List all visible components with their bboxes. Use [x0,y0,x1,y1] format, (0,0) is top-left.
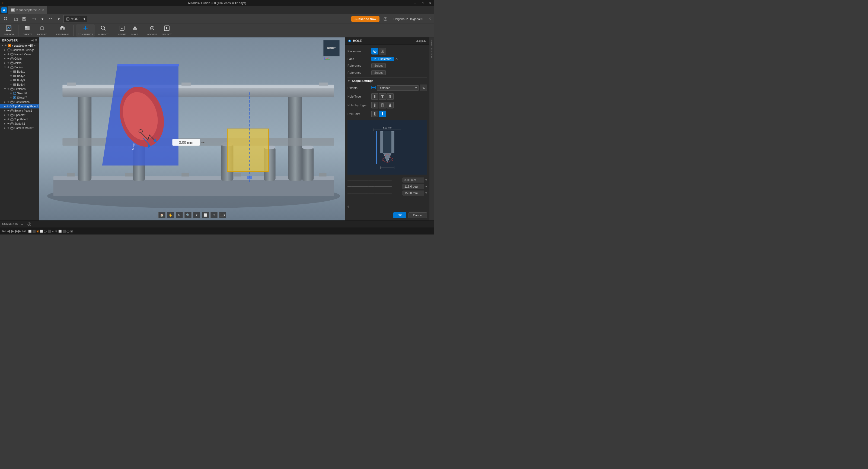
placement-option1[interactable] [371,48,378,55]
eye-icon[interactable]: 👁 [7,58,9,60]
shape-settings-collapse[interactable]: ▼ [347,79,350,82]
nav-cube-face[interactable]: RIGHT [323,40,340,56]
timeline-icon9[interactable]: ⬜ [58,230,62,233]
inspect-tool[interactable]: INSPECT [96,24,110,37]
timeline-icon5[interactable]: ◯ [44,230,46,233]
tab-close-button[interactable]: ✕ [42,8,44,11]
eye-icon[interactable]: 👁 [7,109,9,112]
tap-type1[interactable] [371,102,378,108]
panel-expand-right[interactable]: ▶▶ [422,39,426,43]
timeline-icon11[interactable]: ◯ [66,230,69,233]
browser-root[interactable]: ▼ 👁 A x quadcopter v15 ● [0,43,39,48]
timeline-icon12[interactable]: ▣ [70,230,73,233]
eye-icon[interactable]: 👁 [5,44,7,47]
depth-dropdown[interactable]: ▾ [425,191,427,195]
browser-item-body3[interactable]: 👁 Body3 [0,78,39,82]
view-options-button[interactable]: ⬛▾ [219,212,226,218]
addins-tool[interactable]: ADD-INS [146,24,159,37]
history-clock-button[interactable] [382,15,389,23]
insert-tool[interactable]: INSERT [116,24,128,37]
face-clear-button[interactable]: ✕ [395,57,398,61]
comments-add-button[interactable] [27,222,31,226]
drill-angled[interactable] [379,111,386,117]
timeline-icon4[interactable]: ⬜ [40,230,43,233]
timeline-icon1[interactable]: ⬜ [28,230,31,233]
eye-icon[interactable]: 👁 [10,97,12,99]
timeline-icon2[interactable]: ⬛ [32,230,35,233]
undo-button[interactable] [30,15,38,23]
add-tab-button[interactable]: + [47,6,55,14]
construct-tool[interactable]: CONSTRUCT [76,24,95,37]
timeline-icon3[interactable]: ▣ [36,230,39,233]
angle-dropdown[interactable]: ▾ [425,185,427,189]
tap-type2[interactable] [379,102,386,108]
redo-button[interactable] [46,15,54,23]
viewport[interactable]: 3.00 mm Sketch RIGHT 🏠 ✋ ↻ 🔍 ▾ ⬜ [39,37,345,221]
timeline-icon6[interactable]: ⬛ [48,230,51,233]
eye-icon[interactable]: 👁 [7,118,9,121]
reference2-button[interactable]: Select [371,70,386,75]
browser-item-top-mounting-plate[interactable]: ▶ 👁 Top Mounting Plate:1 [0,104,39,108]
subscribe-button[interactable]: Subscribe Now [351,16,379,22]
eye-icon[interactable]: 👁 [7,101,9,103]
pan-button[interactable]: ✋ [167,212,174,218]
undo-dropdown[interactable]: ▾ [38,15,46,23]
prev-frame-button[interactable]: ◀ [7,229,10,233]
eye-icon[interactable]: 👁 [6,105,9,108]
browser-item-construction[interactable]: ▶ 👁 Construction [0,100,39,104]
browser-item-stadoff[interactable]: ▶ 👁 Stadoff:1 [0,122,39,126]
browser-item-bodies[interactable]: ▼ 👁 Bodies [0,65,39,69]
modify-tool[interactable]: MODIFY [35,24,48,37]
eye-icon[interactable]: 👁 [10,75,12,77]
hole-type-counterbore[interactable] [379,93,386,100]
save-button[interactable] [20,15,28,23]
browser-item-doc-settings[interactable]: ▶ Document Settings [0,48,39,52]
browser-item-sketch6[interactable]: 👁 Sketch6 [0,91,39,95]
browser-item-body4[interactable]: 👁 Body4 [0,82,39,87]
timeline-icon8[interactable]: ◎ [55,230,58,233]
orbit-button[interactable]: ↻ [176,212,183,218]
browser-menu[interactable]: ⊞ [34,38,37,42]
eye-icon[interactable]: 👁 [7,114,9,116]
placement-option2[interactable] [379,48,386,55]
maximize-button[interactable]: □ [419,0,426,6]
browser-item-joints[interactable]: ▶ 👁 Joints [0,61,39,65]
browser-item-spacers[interactable]: ▶ 👁 Spacers:1 [0,113,39,117]
timeline-icon10[interactable]: ⬛ [62,230,66,233]
eye-icon[interactable]: 👁 [10,83,12,86]
help-button[interactable]: ? [428,17,433,21]
browser-item-sketches[interactable]: ▼ 👁 Sketches [0,87,39,91]
timeline-icon7[interactable]: ▲ [52,230,54,233]
eye-icon[interactable]: 👁 [10,92,12,95]
tap-type3[interactable] [386,102,394,108]
diameter-dropdown[interactable]: ▾ [425,178,427,182]
last-frame-button[interactable]: ⏭ [22,229,26,233]
eye-icon[interactable]: 👁 [7,62,9,64]
browser-item-camera-mount[interactable]: ▶ 👁 Camera Mount:1 [0,126,39,130]
minimize-button[interactable]: ─ [411,0,419,6]
grid-toggle-button[interactable]: ⊞ [211,212,218,218]
angle-input[interactable] [403,184,424,189]
extents-dropdown[interactable]: Distance ▾ [377,86,419,91]
browser-item-origin[interactable]: ▶ 👁 Origin [0,56,39,61]
eye-icon[interactable]: 👁 [10,70,12,73]
drill-flat[interactable] [371,111,378,117]
hole-type-countersink[interactable] [386,93,394,100]
depth-input[interactable] [403,191,424,196]
nav-cube[interactable]: RIGHT [323,40,342,59]
eye-icon[interactable]: 👁 [7,127,9,129]
zoom-dropdown[interactable]: ▾ [193,212,200,218]
play-button[interactable]: ▶ [11,229,14,233]
assemble-tool[interactable]: ASSEMBLE [54,24,70,37]
create-tool[interactable]: CREATE [21,24,34,37]
browser-item-named-views[interactable]: ▶ 👁 Named Views [0,52,39,56]
comments-expand-button[interactable]: ▲ [21,223,23,226]
hole-type-simple[interactable] [371,93,378,100]
grid-menu-button[interactable] [2,15,10,23]
cancel-button[interactable]: Cancel [408,212,427,218]
model-mode-button[interactable]: MODEL ▾ [64,16,87,22]
eye-icon[interactable]: 👁 [10,79,12,81]
eye-icon[interactable]: 👁 [7,123,9,125]
face-selected-button[interactable]: 1 selected [371,57,394,61]
first-frame-button[interactable]: ⏮ [2,229,6,233]
